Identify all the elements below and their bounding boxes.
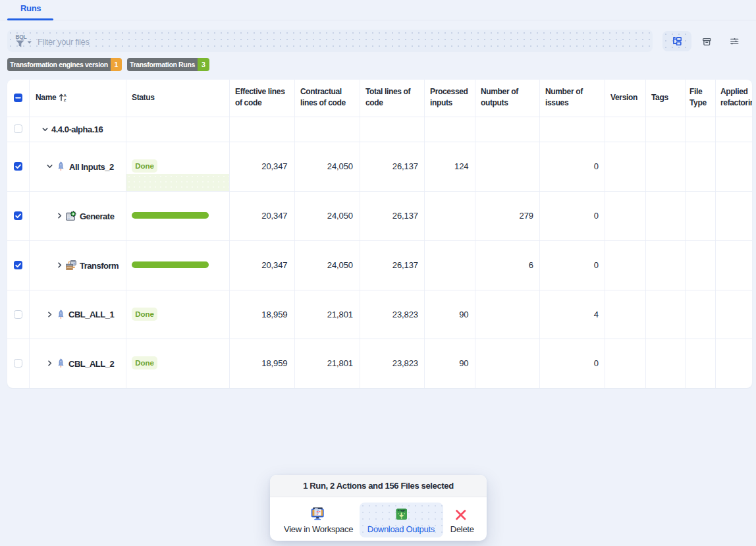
svg-text:Z: Z [64,98,67,102]
svg-text:BQL: BQL [16,34,27,40]
svg-text:A: A [64,94,67,97]
